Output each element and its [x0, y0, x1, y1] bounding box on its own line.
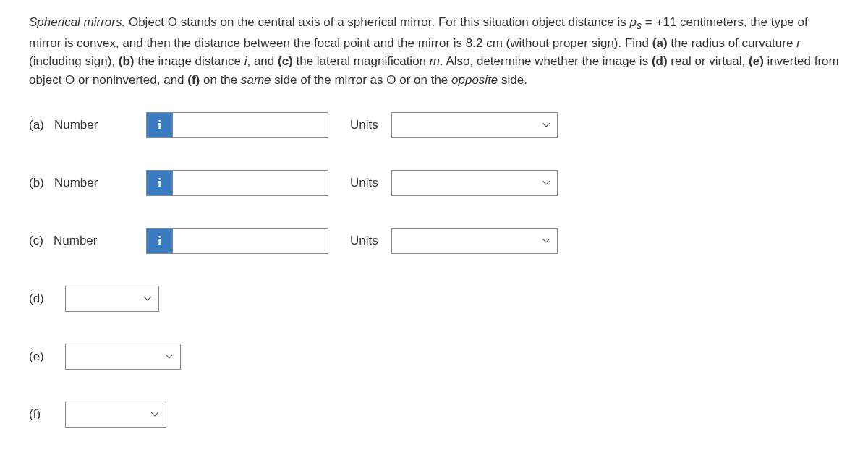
row-f: (f) [29, 402, 839, 428]
row-b: (b) Number i Units [29, 170, 839, 196]
row-d: (d) [29, 286, 839, 312]
input-b-number[interactable] [172, 170, 328, 196]
input-a-number[interactable] [172, 112, 328, 138]
info-icon[interactable]: i [146, 112, 172, 138]
row-e: (e) [29, 344, 839, 370]
select-f[interactable] [65, 402, 166, 428]
label-b: (b) Number [29, 174, 94, 192]
info-icon[interactable]: i [146, 170, 172, 196]
row-c: (c) Number i Units [29, 228, 839, 254]
label-a: (a) Number [29, 116, 94, 135]
row-a: (a) Number i Units [29, 112, 839, 138]
label-f: (f) [29, 405, 65, 424]
info-icon[interactable]: i [146, 228, 172, 254]
problem-title: Spherical mirrors. [29, 15, 125, 29]
select-c-units[interactable] [391, 228, 558, 254]
input-c-number[interactable] [172, 228, 328, 254]
label-c: (c) Number [29, 232, 94, 250]
label-d: (d) [29, 289, 65, 308]
label-units-b: Units [350, 174, 378, 192]
select-d[interactable] [65, 286, 159, 312]
label-e: (e) [29, 347, 65, 366]
select-e[interactable] [65, 344, 181, 370]
label-units-c: Units [350, 232, 378, 250]
label-units-a: Units [350, 116, 378, 135]
select-b-units[interactable] [391, 170, 558, 196]
select-a-units[interactable] [391, 112, 558, 138]
problem-statement: Spherical mirrors. Object O stands on th… [29, 13, 839, 89]
